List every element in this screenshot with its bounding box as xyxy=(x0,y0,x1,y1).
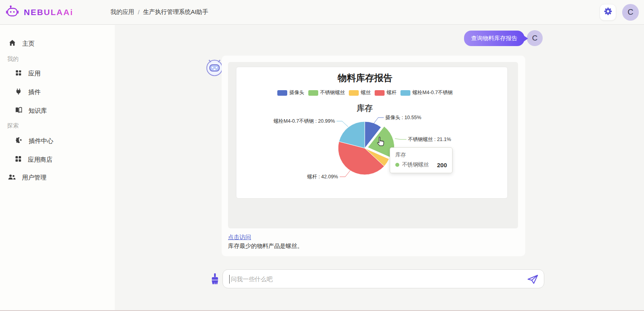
sidebar-item-label: 主页 xyxy=(22,40,35,48)
users-icon xyxy=(8,174,15,182)
text-caret xyxy=(229,275,230,284)
broom-icon xyxy=(210,279,220,286)
sidebar-item-knowledge-base[interactable]: 知识库 xyxy=(15,106,47,116)
breadcrumb-separator: / xyxy=(138,9,139,15)
leader-line-camera xyxy=(373,118,384,124)
sidebar-item-home[interactable]: 主页 xyxy=(9,39,35,49)
sidebar-item-label: 应用 xyxy=(28,70,41,78)
chat-area: 查询物料库存报告 C 物料库存报告 摄像头 xyxy=(115,25,644,310)
user-message-avatar: C xyxy=(527,30,543,46)
assistant-robot-avatar xyxy=(206,59,223,78)
book-icon xyxy=(15,107,22,115)
sidebar-item-label: 插件 xyxy=(28,88,41,97)
pie-label-camera: 摄像头 : 10.55% xyxy=(385,115,421,120)
user-message-bubble: 查询物料库存报告 xyxy=(464,31,524,46)
visit-link[interactable]: 点击访问 xyxy=(228,234,251,240)
leader-line-stainless-screw xyxy=(395,139,406,139)
sidebar-item-apps[interactable]: 应用 xyxy=(15,68,41,79)
brand-name: NEBULAAi xyxy=(24,8,73,17)
gear-icon xyxy=(603,7,613,17)
settings-button[interactable] xyxy=(600,4,616,21)
user-avatar[interactable]: C xyxy=(622,4,639,21)
store-grid-icon xyxy=(15,156,21,164)
assistant-summary-text: 库存最少的物料产品是螺丝。 xyxy=(228,242,303,250)
sidebar: 主页 我的 应用 插件 知识库 xyxy=(0,25,115,310)
breadcrumb-current-app: 生产执行管理系统AI助手 xyxy=(143,8,208,16)
breadcrumb: 我的应用 / 生产执行管理系统AI助手 xyxy=(110,8,208,16)
breadcrumb-my-apps[interactable]: 我的应用 xyxy=(110,8,134,16)
tooltip-series-name: 库存 xyxy=(395,151,447,158)
pie-label-bolt-m4: 螺栓M4-0.7不锈钢 : 20.99% xyxy=(274,118,335,124)
puzzle-icon xyxy=(15,137,22,145)
tooltip-series-dot xyxy=(395,163,399,167)
leader-line-bolt-m4 xyxy=(337,121,348,127)
chat-input-box xyxy=(222,269,544,288)
send-plane-icon xyxy=(527,279,539,286)
sidebar-item-plugin-center[interactable]: 插件中心 xyxy=(15,136,53,146)
sidebar-section-mine: 我的 xyxy=(7,55,19,63)
robot-logo-icon xyxy=(6,4,20,20)
clear-context-button[interactable] xyxy=(210,273,220,286)
chat-input[interactable] xyxy=(223,270,544,288)
send-button[interactable] xyxy=(527,274,539,286)
leader-line-rod xyxy=(340,169,351,177)
sidebar-item-plugins[interactable]: 插件 xyxy=(15,87,41,97)
chart-embed-frame: 物料库存报告 摄像头 不锈钢螺丝 螺丝 xyxy=(228,62,518,228)
sidebar-item-label: 应用商店 xyxy=(28,156,52,164)
inventory-chart-card: 物料库存报告 摄像头 不锈钢螺丝 螺丝 xyxy=(236,67,508,199)
sidebar-section-explore: 探索 xyxy=(7,122,19,129)
user-message-row: 查询物料库存报告 C xyxy=(464,30,543,46)
chart-tooltip: 库存 不锈钢螺丝 200 xyxy=(390,147,453,173)
tooltip-item-name: 不锈钢螺丝 xyxy=(402,161,429,168)
brand-logo[interactable]: NEBULAAi xyxy=(0,4,110,20)
tooltip-item-value: 200 xyxy=(437,162,447,168)
sidebar-item-user-management[interactable]: 用户管理 xyxy=(8,172,46,183)
pie-label-rod: 螺杆 : 42.09% xyxy=(307,174,338,180)
assistant-message-bubble: 物料库存报告 摄像头 不锈钢螺丝 螺丝 xyxy=(222,56,525,256)
home-icon xyxy=(9,39,16,48)
plug-icon xyxy=(15,88,22,97)
sidebar-item-label: 插件中心 xyxy=(29,137,53,145)
top-bar: NEBULAAi 我的应用 / 生产执行管理系统AI助手 C xyxy=(0,0,644,25)
sidebar-item-label: 知识库 xyxy=(29,107,47,115)
cursor-pointer-icon xyxy=(376,137,385,149)
apps-icon xyxy=(15,70,22,78)
pie-chart: 摄像头 : 10.55% 不锈钢螺丝 : 21.1% 螺杆 : 42.09% 螺… xyxy=(236,67,508,199)
sidebar-item-app-store[interactable]: 应用商店 xyxy=(15,155,52,165)
pie-label-stainless-screw: 不锈钢螺丝 : 21.1% xyxy=(408,137,451,142)
sidebar-item-label: 用户管理 xyxy=(22,174,46,182)
